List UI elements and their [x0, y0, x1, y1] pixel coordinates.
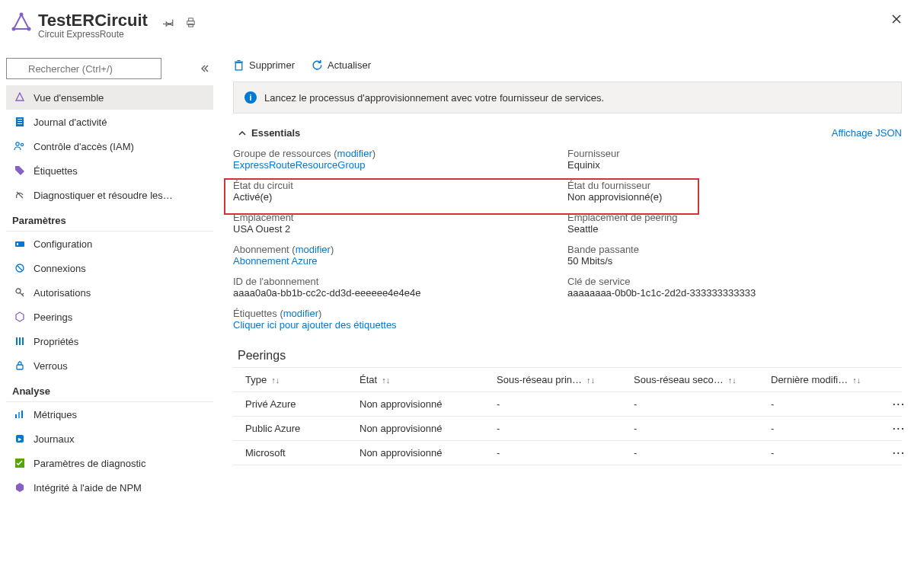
cell-secondary-subnet: - [634, 447, 771, 459]
modify-tags-link[interactable]: modifier [283, 308, 318, 319]
nav-peerings[interactable]: Peerings [6, 305, 213, 329]
bandwidth-value: 50 Mbits/s [567, 255, 902, 267]
sort-icon: ↑↓ [271, 375, 280, 385]
activity-icon [14, 116, 26, 128]
svg-rect-15 [17, 243, 18, 245]
nav-label: Configuration [34, 238, 92, 250]
provstate-value: Non approvisionné(e) [567, 191, 902, 203]
svg-rect-9 [18, 119, 22, 120]
svg-point-1 [27, 27, 31, 31]
circuit-state-label: État du circuit [233, 180, 567, 191]
svg-point-0 [20, 13, 24, 17]
nav-iam[interactable]: Contrôle d'accès (IAM) [6, 134, 213, 158]
close-icon[interactable] [891, 14, 902, 24]
provider-value: Equinix [567, 159, 902, 171]
delete-button[interactable]: Supprimer [233, 59, 295, 71]
nav-diagnose[interactable]: Diagnostiquer et résoudre les… [6, 183, 213, 207]
modify-rg-link[interactable]: modifier [337, 148, 372, 159]
svg-rect-11 [18, 123, 22, 124]
table-row[interactable]: MicrosoftNon approvisionné---··· [233, 441, 902, 465]
nav-label: Verrous [34, 360, 68, 372]
svg-line-20 [22, 293, 24, 295]
sort-icon: ↑↓ [382, 375, 390, 385]
rg-value[interactable]: ExpressRouteResourceGroup [233, 159, 567, 171]
col-secondary-subnet[interactable]: Sous-réseau seco…↑↓ [634, 374, 771, 385]
chevron-up-icon[interactable] [238, 129, 247, 138]
col-last-modified[interactable]: Dernière modifi…↑↓ [771, 374, 893, 385]
nav-label: Étiquettes [34, 165, 78, 177]
subscription-label: Abonnement (modifier) [233, 244, 567, 255]
overview-icon [14, 91, 26, 104]
nav-overview[interactable]: Vue d'ensemble [6, 85, 213, 110]
tags-label: Étiquettes (modifier) [233, 308, 567, 319]
svg-point-13 [21, 143, 23, 145]
peerings-heading: Peerings [238, 349, 902, 363]
cell-state: Non approvisionné [360, 398, 497, 410]
nav-tags[interactable]: Étiquettes [6, 158, 213, 183]
nav-properties[interactable]: Propriétés [6, 329, 213, 353]
nav-connections[interactable]: Connexions [6, 256, 213, 280]
row-menu-icon[interactable]: ··· [893, 423, 912, 434]
cell-type: Microsoft [238, 447, 360, 459]
print-icon[interactable] [185, 17, 197, 28]
nav-locks[interactable]: Verrous [6, 353, 213, 378]
connections-icon [14, 262, 26, 274]
nav-activity-log[interactable]: Journal d'activité [6, 110, 213, 134]
json-view-link[interactable]: Affichage JSON [832, 127, 902, 139]
metrics-icon [14, 408, 26, 420]
cell-primary-subnet: - [497, 398, 634, 410]
collapse-sidebar-icon[interactable] [195, 59, 213, 78]
modify-sub-link[interactable]: modifier [296, 244, 331, 255]
nav-npm[interactable]: Intégrité à l'aide de NPM [6, 475, 213, 500]
location-value: USA Ouest 2 [233, 223, 567, 235]
nav-configuration[interactable]: Configuration [6, 232, 213, 256]
col-state[interactable]: État↑↓ [360, 374, 497, 385]
svg-rect-4 [189, 18, 193, 21]
section-parameters: Paramètres [6, 207, 213, 232]
properties-icon [14, 335, 26, 347]
svg-line-17 [18, 266, 22, 270]
subid-label: ID de l'abonnement [233, 276, 567, 287]
npm-icon [14, 481, 26, 494]
table-row[interactable]: Public AzureNon approvisionné---··· [233, 417, 902, 441]
svg-point-2 [12, 27, 16, 31]
subscription-value[interactable]: Abonnement Azure [233, 255, 567, 267]
col-primary-subnet[interactable]: Sous-réseau prin…↑↓ [497, 374, 634, 385]
cell-last-modified: - [771, 423, 893, 434]
essentials-title: Essentials [251, 127, 300, 139]
nav-label: Journal d'activité [34, 117, 107, 128]
info-text: Lancez le processus d'approvisionnement … [264, 92, 604, 104]
col-type[interactable]: Type↑↓ [238, 374, 360, 385]
circuit-state-value: Activé(e) [233, 191, 567, 203]
svg-rect-23 [22, 337, 24, 345]
table-row[interactable]: Privé AzureNon approvisionné---··· [233, 392, 902, 417]
nav-diag-settings[interactable]: Paramètres de diagnostic [6, 451, 213, 475]
refresh-button[interactable]: Actualiser [312, 59, 371, 71]
cell-state: Non approvisionné [360, 423, 497, 434]
tags-value[interactable]: Cliquer ici pour ajouter des étiquettes [233, 319, 567, 331]
info-banner: i Lancez le processus d'approvisionnemen… [233, 81, 902, 113]
lock-icon [14, 360, 26, 372]
row-menu-icon[interactable]: ··· [893, 447, 912, 459]
cell-secondary-subnet: - [634, 423, 771, 434]
location-label: Emplacement [233, 212, 567, 223]
pin-icon[interactable] [163, 17, 174, 28]
expressroute-icon [9, 11, 34, 35]
skey-label: Clé de service [567, 276, 902, 287]
svg-rect-33 [235, 62, 242, 70]
skey-value: aaaaaaaa-0b0b-1c1c-2d2d-333333333333 [567, 287, 902, 299]
search-input[interactable] [6, 58, 161, 79]
svg-rect-24 [17, 365, 23, 369]
nav-metrics[interactable]: Métriques [6, 402, 213, 427]
resource-header: TestERCircuit Circuit ExpressRoute [6, 6, 219, 43]
config-icon [14, 238, 26, 250]
nav-label: Journaux [34, 433, 74, 445]
nav-logs[interactable]: ▸ Journaux [6, 427, 213, 451]
nav-authorizations[interactable]: Autorisations [6, 280, 213, 305]
svg-point-12 [16, 142, 19, 145]
sort-icon: ↑↓ [728, 375, 737, 385]
sort-icon: ↑↓ [852, 375, 861, 385]
row-menu-icon[interactable]: ··· [893, 398, 912, 410]
cell-secondary-subnet: - [634, 398, 771, 410]
sort-icon: ↑↓ [586, 375, 595, 385]
